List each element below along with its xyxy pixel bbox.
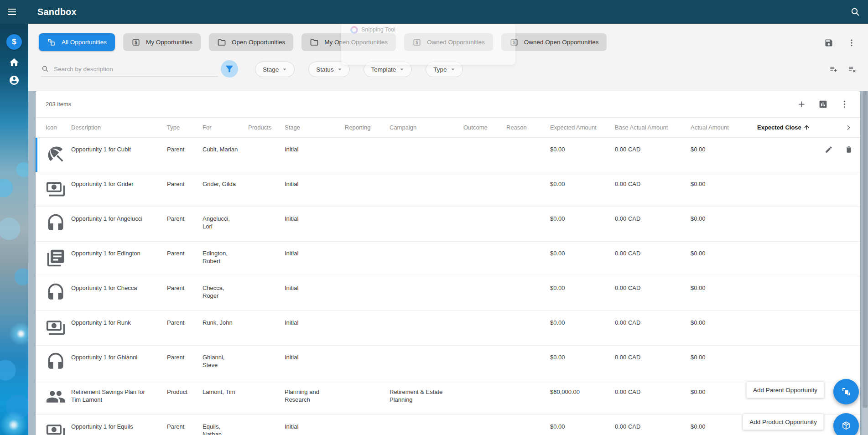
- delete-icon[interactable]: [845, 145, 853, 154]
- sidebar: $: [0, 24, 28, 435]
- more-options-icon[interactable]: [847, 38, 856, 47]
- scroll-columns-right-icon[interactable]: [845, 124, 852, 131]
- row-actions: [820, 172, 858, 188]
- tab-all-opportunities[interactable]: All Opportunities: [39, 33, 115, 51]
- table-row[interactable]: Opportunity 1 for CheccaParentChecca, Ro…: [36, 276, 860, 311]
- cell-expected_amount: $60,000.00: [550, 380, 615, 404]
- playlist-add-icon[interactable]: [829, 65, 838, 73]
- search-input[interactable]: Search by description: [41, 62, 218, 77]
- scrollbar-thumb[interactable]: [863, 91, 868, 408]
- tab-label: All Opportunities: [62, 39, 107, 46]
- dropdown-type[interactable]: Type: [426, 62, 463, 77]
- cell-expected_amount: $0.00: [550, 346, 615, 369]
- cell-base_actual_amount: 0.00 CAD: [615, 138, 691, 161]
- cell-icon: [46, 380, 71, 414]
- sidebar-item-opportunities[interactable]: $: [6, 34, 22, 50]
- column-header-type[interactable]: Type: [167, 124, 203, 131]
- cell-stage: Initial: [285, 311, 345, 334]
- table-more-icon[interactable]: [840, 99, 849, 109]
- column-header-expected-amount[interactable]: Expected Amount: [550, 124, 615, 131]
- cell-base_actual_amount: 0.00 CAD: [615, 311, 691, 334]
- cell-outcome: [463, 138, 506, 153]
- table-row[interactable]: Opportunity 1 for GriderParentGrider, Gi…: [36, 172, 860, 207]
- cell-for: Angelucci, Lori: [203, 207, 248, 238]
- account-circle-icon[interactable]: [9, 75, 20, 86]
- cell-description: Opportunity 1 for Runk: [71, 311, 167, 334]
- row-actions: [820, 276, 858, 292]
- cell-description: Opportunity 1 for Angelucci: [71, 207, 167, 230]
- column-header-reporting[interactable]: Reporting: [345, 124, 390, 131]
- add-icon[interactable]: [797, 99, 806, 109]
- caret-down-icon: [281, 65, 289, 73]
- cell-expected_amount: $0.00: [550, 242, 615, 265]
- tab-my-opportunities[interactable]: $ My Opportunities: [123, 33, 201, 51]
- svg-text:$: $: [135, 40, 137, 45]
- add-product-opportunity-button[interactable]: [833, 413, 859, 435]
- cell-products: [248, 207, 285, 223]
- insert-chart-icon[interactable]: [818, 99, 828, 109]
- cell-base_actual_amount: 0.00 CAD: [615, 380, 691, 404]
- cell-outcome: [463, 172, 506, 188]
- cell-reason: [506, 207, 550, 223]
- table-scrollbar[interactable]: [862, 91, 868, 435]
- dropdown-label: Type: [433, 66, 447, 73]
- menu-icon[interactable]: [6, 6, 17, 17]
- cell-reason: [506, 311, 550, 326]
- dropdown-stage[interactable]: Stage: [255, 62, 295, 77]
- cell-reporting: [345, 276, 390, 292]
- dropdown-status[interactable]: Status: [308, 62, 349, 77]
- cell-stage: Initial: [285, 172, 345, 196]
- cell-stage: Initial: [285, 346, 345, 369]
- cell-expected_close: [757, 172, 820, 188]
- cell-for: Cubit, Marian: [203, 138, 248, 161]
- tab-owned-opportunities[interactable]: $ Owned Opportunities: [404, 33, 493, 51]
- home-icon[interactable]: [9, 57, 20, 68]
- table-row[interactable]: Opportunity 1 for AngelucciParentAngeluc…: [36, 207, 860, 242]
- column-header-products[interactable]: Products: [248, 124, 285, 131]
- tab-my-open-opportunities[interactable]: My Open Opportunities: [301, 33, 396, 51]
- cell-base_actual_amount: 0.00 CAD: [615, 172, 691, 196]
- dropdown-template[interactable]: Template: [364, 62, 412, 77]
- svg-text:$: $: [513, 40, 515, 45]
- edit-icon[interactable]: [825, 145, 833, 154]
- cell-for: Lamont, Tim: [203, 380, 248, 404]
- column-header-expected-close[interactable]: Expected Close: [757, 124, 820, 131]
- cell-type: Parent: [167, 207, 203, 230]
- column-header-icon[interactable]: Icon: [46, 124, 71, 131]
- column-header-description[interactable]: Description: [71, 124, 167, 131]
- table-row[interactable]: Retirement Savings Plan for Tim LamontPr…: [36, 380, 860, 415]
- search-icon[interactable]: [850, 6, 861, 17]
- save-view-icon[interactable]: [824, 38, 833, 47]
- cell-icon: [46, 276, 71, 311]
- cell-reporting: [345, 415, 390, 430]
- column-header-campaign[interactable]: Campaign: [390, 124, 463, 131]
- column-header-actual-amount[interactable]: Actual Amount: [691, 124, 757, 131]
- cell-campaign: [390, 415, 463, 430]
- column-header-stage[interactable]: Stage: [285, 124, 345, 131]
- table-row[interactable]: Opportunity 1 for GhianniParentGhianni, …: [36, 346, 860, 380]
- column-header-base-actual-amount[interactable]: Base Actual Amount: [615, 124, 691, 131]
- cell-campaign: [390, 138, 463, 153]
- cell-actual_amount: $0.00: [691, 346, 757, 369]
- tab-label: Owned Open Opportunities: [524, 39, 599, 46]
- cell-campaign: [390, 276, 463, 292]
- filter-icon: [224, 64, 234, 74]
- table-row[interactable]: Opportunity 1 for CubitParentCubit, Mari…: [36, 138, 860, 172]
- cell-campaign: [390, 346, 463, 361]
- add-parent-opportunity-button[interactable]: [833, 379, 859, 404]
- column-header-reason[interactable]: Reason: [506, 124, 550, 131]
- cell-actual_amount: $0.00: [691, 138, 757, 161]
- playlist-remove-icon[interactable]: [848, 65, 857, 73]
- tab-owned-open-opportunities[interactable]: $ Owned Open Opportunities: [501, 33, 607, 51]
- row-actions: [820, 311, 858, 326]
- cell-description: Retirement Savings Plan for Tim Lamont: [71, 380, 167, 411]
- dollar-square-icon: $: [412, 38, 421, 47]
- table-row[interactable]: Opportunity 1 for EdingtonParentEdington…: [36, 242, 860, 276]
- column-header-outcome[interactable]: Outcome: [463, 124, 506, 131]
- table-row[interactable]: Opportunity 1 for RunkParentRunk, JohnIn…: [36, 311, 860, 346]
- tooltip-add-product-opportunity: Add Product Opportunity: [743, 414, 824, 430]
- filter-button[interactable]: [221, 60, 238, 78]
- table-row[interactable]: Opportunity 1 for EquilsParentEquils, Na…: [36, 415, 860, 435]
- tab-open-opportunities[interactable]: Open Opportunities: [209, 33, 293, 51]
- column-header-for[interactable]: For: [203, 124, 248, 131]
